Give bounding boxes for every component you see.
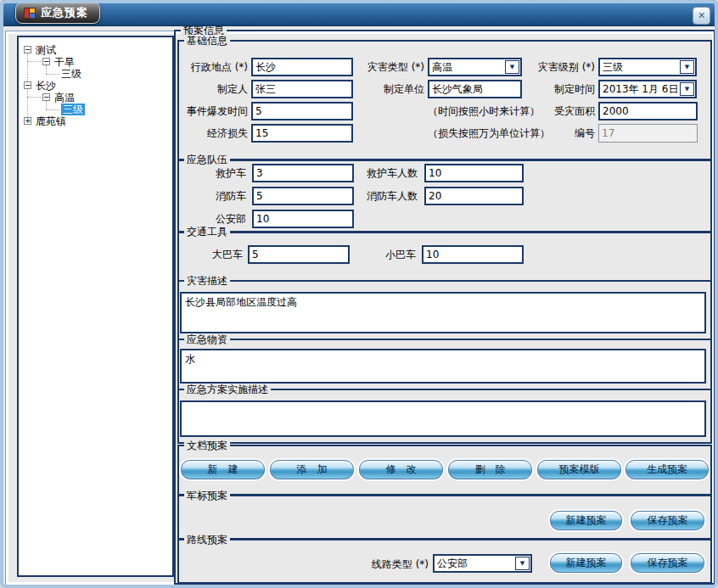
unit-label: 制定单位 (346, 83, 424, 95)
ambulance-label: 救护车 (177, 167, 246, 179)
edit-doc-button[interactable]: 修 改 (359, 460, 443, 479)
template-button[interactable]: 预案模版 (537, 460, 621, 479)
app-icon (24, 8, 36, 19)
groupbox-title: 应急物资 (184, 333, 230, 346)
bus-input[interactable] (248, 245, 350, 264)
police-input[interactable] (252, 210, 354, 228)
generate-plan-button[interactable]: 生成预案 (625, 460, 709, 479)
ambulance-staff-input[interactable] (424, 164, 524, 182)
disaster-level-value: 三级 (600, 60, 680, 75)
minibus-label: 小巴车 (351, 249, 416, 260)
disaster-desc-textarea[interactable]: 长沙县局部地区温度过高 (180, 292, 706, 333)
window-title: 应急预案 (41, 5, 88, 20)
tree-guide (27, 97, 41, 98)
tree-expander[interactable]: + (24, 117, 31, 125)
title-tab: 应急预案 (15, 2, 100, 24)
supplies-textarea[interactable]: 水 (180, 349, 706, 384)
route-save-button[interactable]: 保存预案 (631, 553, 704, 573)
new-doc-button[interactable]: 新 建 (181, 460, 265, 479)
admin-location-label: 行政地点 (*) (177, 61, 248, 73)
close-button[interactable]: ✕ (693, 7, 710, 25)
groupbox-title: 灾害描述 (184, 275, 230, 288)
groupbox-title: 文档预案 (184, 440, 230, 452)
app-window: 应急预案 ✕ − 测试 − 干旱 三级 − 长沙 − 高温 三级 + 鹿苑镇 预… (0, 0, 718, 588)
ambulance-staff-label: 救护车人数 (356, 167, 418, 179)
admin-location-input[interactable] (251, 58, 353, 76)
tree-guide (46, 74, 59, 75)
military-save-button[interactable]: 保存预案 (631, 511, 704, 530)
groupbox-title: 基础信息 (184, 35, 230, 48)
route-type-select[interactable]: 公安部 ▼ (433, 554, 532, 573)
tree-node-drought[interactable]: 干旱 (54, 56, 75, 68)
firetruck-input[interactable] (252, 187, 354, 205)
impl-desc-textarea[interactable] (180, 400, 706, 437)
tree-expander[interactable]: − (42, 93, 50, 101)
groupbox-title: 交通工具 (184, 226, 230, 238)
serial-number-input (598, 124, 698, 143)
create-time-label: 制定时间 (524, 83, 595, 95)
disaster-type-label: 灾害类型 (*) (346, 61, 424, 73)
tree-guide (46, 101, 47, 109)
create-time-value: 2013年 1月 6日 (600, 82, 680, 97)
economic-loss-label: 经济损失 (177, 127, 248, 139)
tree-node-changsha[interactable]: 长沙 (36, 80, 56, 92)
tree-node-level3-drought[interactable]: 三级 (61, 68, 81, 80)
minibus-input[interactable] (422, 245, 524, 264)
unit-input[interactable] (428, 80, 522, 98)
close-icon: ✕ (698, 11, 705, 20)
tree-guide (46, 109, 59, 110)
affected-area-label: 受灾面积 (524, 105, 595, 117)
route-type-value: 公安部 (435, 557, 515, 571)
economic-loss-input[interactable] (251, 124, 353, 143)
add-doc-button[interactable]: 添 加 (270, 460, 354, 479)
plan-tree: − 测试 − 干旱 三级 − 长沙 − 高温 三级 + 鹿苑镇 (17, 36, 174, 577)
groupbox-title: 应急方案实施描述 (184, 384, 271, 396)
tree-expander[interactable]: − (42, 58, 50, 65)
disaster-type-select[interactable]: 高温 ▼ (428, 58, 522, 76)
delete-doc-button[interactable]: 删 除 (448, 460, 532, 479)
groupbox-title: 路线预案 (184, 534, 230, 546)
firetruck-staff-label: 消防车人数 (356, 190, 418, 202)
chevron-down-icon[interactable]: ▼ (515, 557, 530, 570)
creator-input[interactable] (251, 80, 353, 98)
affected-area-input[interactable] (598, 102, 698, 120)
chevron-down-icon[interactable]: ▼ (680, 82, 694, 96)
military-new-button[interactable]: 新建预案 (550, 511, 622, 530)
disaster-level-select[interactable]: 三级 ▼ (598, 58, 697, 76)
ambulance-input[interactable] (252, 164, 354, 182)
route-new-button[interactable]: 新建预案 (550, 553, 622, 573)
firetruck-staff-input[interactable] (424, 187, 524, 205)
tree-guide (46, 65, 47, 74)
creator-label: 制定人 (177, 83, 248, 95)
serial-number-label: 编号 (524, 127, 595, 139)
bus-label: 大巴车 (177, 249, 243, 260)
tree-node-level3-selected[interactable]: 三级 (61, 104, 85, 115)
tree-node-test[interactable]: 测试 (36, 44, 56, 56)
tree-node-hightemp[interactable]: 高温 (54, 92, 75, 104)
police-label: 公安部 (177, 213, 246, 225)
tree-guide (27, 61, 41, 62)
groupbox-title: 应急队伍 (184, 154, 230, 166)
tree-expander[interactable]: − (24, 81, 31, 89)
tree-node-luyuanzhen[interactable]: 鹿苑镇 (36, 115, 66, 127)
disaster-level-label: 灾害级别 (*) (524, 61, 595, 73)
route-type-label: 线路类型 (*) (356, 558, 429, 570)
outbreak-time-input[interactable] (251, 102, 353, 120)
chevron-down-icon[interactable]: ▼ (680, 60, 694, 74)
chevron-down-icon[interactable]: ▼ (505, 60, 519, 74)
disaster-type-value: 高温 (429, 60, 505, 75)
outbreak-time-label: 事件爆发时间 (177, 105, 248, 117)
firetruck-label: 消防车 (177, 190, 246, 202)
groupbox-title: 军标预案 (184, 490, 230, 502)
create-time-picker[interactable]: 2013年 1月 6日 ▼ (598, 80, 697, 98)
titlebar: 应急预案 (0, 0, 718, 26)
tree-expander[interactable]: − (24, 46, 31, 53)
